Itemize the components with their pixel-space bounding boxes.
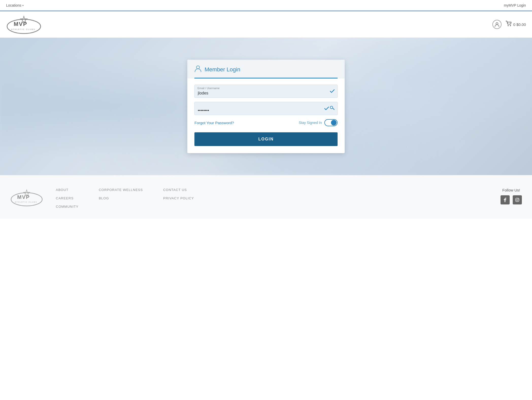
login-card-header: Member Login — [187, 60, 345, 78]
top-bar: Locations ▾ myMVP Login — [0, 0, 532, 11]
locations-label: Locations — [6, 3, 21, 7]
footer-social: Follow Us! — [501, 188, 522, 204]
account-icon[interactable] — [492, 20, 502, 29]
login-card-body: Email / Username — [187, 78, 345, 153]
svg-text:ATHLETIC CLUBS: ATHLETIC CLUBS — [15, 201, 37, 203]
facebook-icon[interactable] — [501, 195, 510, 204]
mymvp-login-link[interactable]: myMVP Login — [504, 3, 526, 7]
cart-amount: $0.00 — [516, 22, 526, 27]
email-input[interactable] — [194, 85, 338, 98]
cart-count: 0 — [513, 22, 515, 27]
footer-nav: ABOUT CAREERS COMMUNITY CORPORATE WELLNE… — [56, 188, 490, 209]
follow-us-label: Follow Us! — [501, 188, 522, 192]
options-row: Forgot Your Password? Stay Signed In — [194, 119, 338, 126]
svg-text:MVP: MVP — [14, 21, 27, 27]
key-icon — [330, 106, 335, 111]
footer-link-about[interactable]: ABOUT — [56, 188, 78, 192]
footer-link-community[interactable]: COMMUNITY — [56, 205, 78, 209]
svg-point-7 — [196, 66, 200, 69]
cart-icon — [506, 21, 512, 28]
hero-section: Member Login Email / Username — [0, 38, 532, 175]
svg-point-14 — [517, 199, 518, 201]
svg-text:MVP: MVP — [17, 194, 30, 200]
stay-signed-row: Stay Signed In — [299, 119, 338, 126]
svg-point-4 — [496, 23, 498, 25]
footer-link-careers[interactable]: CAREERS — [56, 196, 78, 200]
social-icons — [501, 195, 522, 204]
forgot-password-link[interactable]: Forgot Your Password? — [194, 121, 234, 125]
email-input-group: Email / Username — [194, 85, 338, 98]
locations-dropdown[interactable]: Locations ▾ — [6, 3, 24, 7]
cart-container[interactable]: 0 $0.00 — [506, 21, 526, 28]
dropdown-arrow-icon: ▾ — [22, 4, 24, 7]
svg-point-8 — [330, 106, 333, 109]
login-title: Member Login — [205, 66, 240, 73]
login-title-row: Member Login — [194, 65, 338, 78]
footer-col-3: CONTACT US PRIVACY POLICY — [163, 188, 194, 209]
footer-col-1: ABOUT CAREERS COMMUNITY — [56, 188, 78, 209]
footer-link-blog[interactable]: BLOG — [99, 196, 143, 200]
mvp-logo: MVP ATHLETIC CLUBS — [6, 14, 42, 35]
footer-col-2: CORPORATE WELLNESS BLOG — [99, 188, 143, 209]
login-card: Member Login Email / Username — [187, 60, 345, 153]
logo-container[interactable]: MVP ATHLETIC CLUBS — [6, 14, 42, 35]
header-right: 0 $0.00 — [492, 20, 526, 29]
footer-link-contact[interactable]: CONTACT US — [163, 188, 194, 192]
toggle-knob — [331, 120, 337, 125]
svg-text:ATHLETIC CLUBS: ATHLETIC CLUBS — [11, 28, 35, 30]
footer-link-privacy[interactable]: PRIVACY POLICY — [163, 196, 194, 200]
password-input-group — [194, 102, 338, 115]
footer: MVP ATHLETIC CLUBS ABOUT CAREERS COMMUNI… — [0, 175, 532, 219]
stay-signed-toggle[interactable] — [324, 119, 338, 126]
header: MVP ATHLETIC CLUBS 0 $0.00 — [0, 11, 532, 38]
svg-point-6 — [510, 25, 511, 26]
svg-rect-13 — [516, 198, 519, 202]
footer-logo: MVP ATHLETIC CLUBS — [10, 188, 46, 208]
stay-signed-label: Stay Signed In — [299, 121, 322, 125]
password-input[interactable] — [194, 102, 338, 115]
email-check-icon — [330, 89, 335, 93]
login-button[interactable]: LOGIN — [194, 132, 338, 146]
footer-mvp-logo: MVP ATHLETIC CLUBS — [10, 188, 43, 207]
svg-point-5 — [508, 25, 509, 26]
footer-link-corporate-wellness[interactable]: CORPORATE WELLNESS — [99, 188, 143, 192]
svg-point-15 — [518, 199, 519, 199]
instagram-icon[interactable] — [513, 195, 522, 204]
password-check-icon — [324, 106, 335, 111]
person-icon — [194, 65, 202, 74]
